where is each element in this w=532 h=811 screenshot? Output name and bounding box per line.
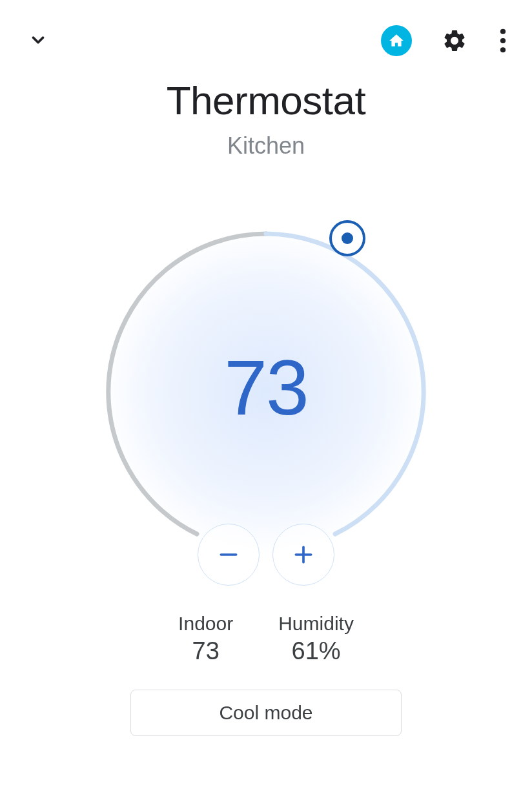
mode-button[interactable]: Cool mode [130, 690, 402, 736]
svg-point-1 [500, 38, 506, 43]
header-left [23, 25, 53, 57]
chevron-down-icon [28, 30, 48, 50]
indoor-label: Indoor [178, 613, 233, 635]
svg-point-2 [500, 47, 506, 52]
gear-icon [442, 28, 467, 54]
plus-icon [291, 542, 316, 568]
humidity-stat: Humidity 61% [278, 613, 354, 665]
decrease-button[interactable] [198, 524, 260, 586]
title-section: Thermostat Kitchen [0, 77, 532, 159]
settings-button[interactable] [439, 25, 470, 56]
svg-point-0 [500, 29, 506, 34]
header [0, 0, 532, 58]
humidity-label: Humidity [278, 613, 354, 635]
indoor-value: 73 [178, 637, 233, 665]
adjust-buttons [198, 524, 334, 586]
stats-row: Indoor 73 Humidity 61% [0, 613, 532, 665]
page-title: Thermostat [0, 77, 532, 123]
humidity-value: 61% [278, 637, 354, 665]
room-name: Kitchen [0, 132, 532, 159]
collapse-button[interactable] [23, 25, 53, 57]
more-button[interactable] [497, 26, 509, 56]
setpoint-handle[interactable] [329, 220, 365, 256]
more-vert-icon [500, 28, 506, 53]
home-button[interactable] [381, 25, 412, 56]
header-right [381, 25, 509, 56]
increase-button[interactable] [272, 524, 334, 586]
setpoint-display: 73 [224, 343, 307, 432]
minus-icon [216, 542, 241, 568]
home-icon [388, 32, 405, 49]
setpoint-handle-dot [342, 232, 353, 244]
thermostat-dial[interactable]: 73 [85, 211, 447, 573]
indoor-stat: Indoor 73 [178, 613, 233, 665]
